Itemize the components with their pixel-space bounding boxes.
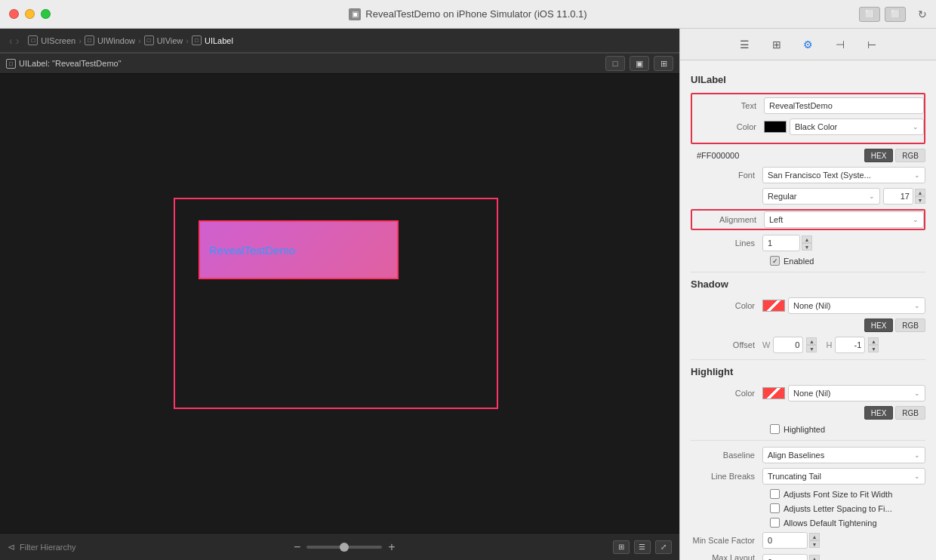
lines-down[interactable]: ▼ xyxy=(802,243,812,251)
enabled-row: ✓ Enabled xyxy=(691,256,925,266)
highlight-color-dropdown[interactable]: None (Nil) ⌄ xyxy=(788,385,925,402)
color-dropdown[interactable]: Black Color ⌄ xyxy=(790,118,924,135)
close-button[interactable] xyxy=(9,9,19,19)
divider-3 xyxy=(691,440,925,441)
font-dropdown[interactable]: San Francisco Text (Syste... ⌄ xyxy=(762,167,925,183)
breadcrumb-uiwindow[interactable]: UIWindow xyxy=(97,36,135,45)
split-right-button[interactable]: ⬜ xyxy=(885,7,906,22)
hex-rgb-row: #FF000000 HEX RGB xyxy=(691,149,925,162)
view-mode-1-button[interactable]: □ xyxy=(605,56,625,71)
label-element[interactable]: RevealTestDemo xyxy=(199,220,399,279)
expand-button[interactable]: ⤢ xyxy=(655,540,672,554)
max-layout-input[interactable] xyxy=(762,554,808,560)
highlighted-checkbox[interactable] xyxy=(770,424,780,434)
shadow-color-swatch[interactable] xyxy=(762,300,785,312)
zoom-out-button[interactable]: − xyxy=(294,540,300,554)
view-mode-2-button[interactable]: ▣ xyxy=(630,56,649,71)
shadow-offset-inputs: W ▲ ▼ H ▲ ▼ xyxy=(762,337,879,353)
maximize-button[interactable] xyxy=(41,9,51,19)
adjusts-letter-checkbox[interactable] xyxy=(770,503,780,513)
adjusts-font-checkbox[interactable] xyxy=(770,489,780,499)
split-left-button[interactable]: ⬜ xyxy=(859,7,880,22)
highlight-rgb-button[interactable]: RGB xyxy=(895,406,925,420)
zoom-slider[interactable] xyxy=(306,546,382,549)
section-uilabel-title: UILabel xyxy=(691,74,925,85)
filter-label: Filter Hierarchy xyxy=(20,543,76,552)
shadow-hex-button[interactable]: HEX xyxy=(864,318,894,332)
titlebar-window-buttons: ⬜ ⬜ xyxy=(859,7,906,22)
baseline-dropdown[interactable]: Align Baselines ⌄ xyxy=(762,447,925,463)
lines-stepper[interactable]: ▲ ▼ xyxy=(802,235,812,251)
shadow-color-text: None (Nil) xyxy=(793,301,831,310)
min-scale-up[interactable]: ▲ xyxy=(809,533,820,540)
enabled-checkbox[interactable]: ✓ xyxy=(770,256,780,266)
font-style-dropdown[interactable]: Regular ⌄ xyxy=(762,188,880,205)
alignment-row: Alignment Left ⌄ xyxy=(692,211,924,228)
rt-properties-icon[interactable]: ⚙ xyxy=(800,36,817,53)
breadcrumb-uiview[interactable]: UIView xyxy=(157,36,183,45)
nav-back-button[interactable]: ‹ xyxy=(9,35,13,47)
max-layout-stepper[interactable]: ▲ ▼ xyxy=(809,555,820,560)
color-dropdown-arrow: ⌄ xyxy=(913,123,919,131)
line-breaks-dropdown[interactable]: Truncating Tail ⌄ xyxy=(762,468,925,485)
adjusts-letter-label: Adjusts Letter Spacing to Fi... xyxy=(784,504,892,513)
allows-default-checkbox[interactable] xyxy=(770,518,780,528)
font-size-down[interactable]: ▼ xyxy=(915,196,925,204)
highlight-hex-button[interactable]: HEX xyxy=(864,406,894,420)
hierarchy-text: UILabel: "RevealTestDemo" xyxy=(19,59,122,68)
breadcrumb-uilabel[interactable]: UILabel xyxy=(205,36,233,45)
breadcrumb: ‹ › □ UIScreen › □ UIWindow › □ UIView ›… xyxy=(0,29,679,53)
text-row: Text xyxy=(692,97,924,114)
shadow-w-stepper[interactable]: ▲ ▼ xyxy=(806,337,817,352)
text-input[interactable] xyxy=(764,97,924,114)
minimize-button[interactable] xyxy=(25,9,35,19)
right-panel: ☰ ⊞ ⚙ ⊣ ⊢ UILabel Text Color xyxy=(679,29,936,560)
lines-up[interactable]: ▲ xyxy=(802,235,812,243)
alignment-dropdown[interactable]: Left ⌄ xyxy=(764,211,924,228)
lines-input[interactable] xyxy=(762,235,800,251)
baseline-arrow: ⌄ xyxy=(914,451,920,459)
nav-forward-button[interactable]: › xyxy=(16,35,20,47)
main-content: ‹ › □ UIScreen › □ UIWindow › □ UIView ›… xyxy=(0,29,936,560)
grid-view-button[interactable]: ⊞ xyxy=(613,540,630,554)
min-scale-down[interactable]: ▼ xyxy=(809,540,820,548)
min-scale-stepper[interactable]: ▲ ▼ xyxy=(809,533,820,548)
shadow-h-input[interactable] xyxy=(835,337,865,353)
shadow-rgb-button[interactable]: RGB xyxy=(895,318,925,332)
hex-value-text: #FF000000 xyxy=(691,151,864,160)
max-layout-up[interactable]: ▲ xyxy=(809,555,820,560)
min-scale-input[interactable] xyxy=(762,532,808,549)
font-size-up[interactable]: ▲ xyxy=(915,189,925,196)
titlebar-title: ▣ RevealTestDemo on iPhone Simulator (iO… xyxy=(349,8,587,20)
shadow-color-dropdown[interactable]: None (Nil) ⌄ xyxy=(788,297,925,314)
zoom-in-button[interactable]: + xyxy=(388,540,395,554)
bottom-toolbar: ⊲ Filter Hierarchy − + ⊞ ☰ ⤢ xyxy=(0,533,679,560)
line-breaks-value-text: Truncating Tail xyxy=(768,472,821,481)
shadow-w-input[interactable] xyxy=(773,337,803,353)
filter-icon: ⊲ xyxy=(8,542,15,552)
color-swatch[interactable] xyxy=(764,121,787,133)
text-color-section: Text Color Black Color ⌄ xyxy=(691,93,925,144)
highlighted-label: Highlighted xyxy=(784,425,825,434)
rt-layout-icon[interactable]: ⊞ xyxy=(768,36,785,53)
hierarchy-label: □ UILabel: "RevealTestDemo" xyxy=(6,59,122,69)
breadcrumb-uiscreen[interactable]: UIScreen xyxy=(41,36,75,45)
refresh-button[interactable]: ↻ xyxy=(918,8,927,20)
shadow-h-up[interactable]: ▲ xyxy=(868,337,879,345)
list-view-button[interactable]: ☰ xyxy=(634,540,651,554)
rt-file-icon[interactable]: ☰ xyxy=(737,36,753,53)
alignment-label: Alignment xyxy=(692,215,764,224)
rt-tree-icon[interactable]: ⊣ xyxy=(832,36,848,53)
shadow-w-up[interactable]: ▲ xyxy=(806,337,817,345)
hex-button[interactable]: HEX xyxy=(864,149,894,162)
highlight-color-swatch[interactable] xyxy=(762,387,785,399)
shadow-h-stepper[interactable]: ▲ ▼ xyxy=(868,337,879,352)
shadow-w-down[interactable]: ▼ xyxy=(806,345,817,352)
line-breaks-label: Line Breaks xyxy=(691,472,762,481)
rt-share-icon[interactable]: ⊢ xyxy=(864,36,880,53)
font-size-input[interactable] xyxy=(883,188,913,205)
rgb-button[interactable]: RGB xyxy=(895,149,925,162)
shadow-h-down[interactable]: ▼ xyxy=(868,345,879,352)
view-mode-3-button[interactable]: ⊞ xyxy=(654,56,673,71)
font-size-stepper[interactable]: ▲ ▼ xyxy=(915,189,925,204)
